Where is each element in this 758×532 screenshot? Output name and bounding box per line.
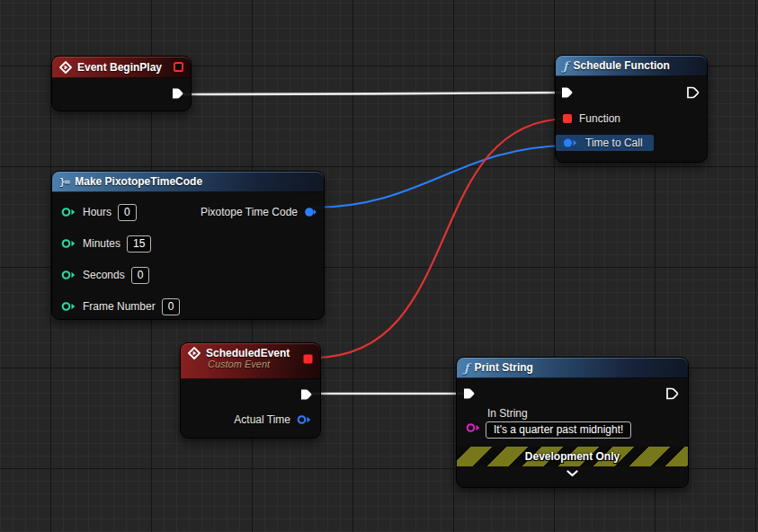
int-input-pin[interactable]: [61, 301, 76, 312]
node-header[interactable]: ƒ Schedule Function: [556, 56, 707, 76]
make-struct-icon: }=: [59, 177, 69, 187]
int-input-pin[interactable]: [61, 207, 76, 217]
time-to-call-row-highlight[interactable]: Time to Call: [556, 135, 654, 151]
function-delegate-input-pin[interactable]: [563, 114, 572, 123]
delegate-output-pin[interactable]: [303, 354, 313, 364]
minutes-value-field[interactable]: 15: [127, 235, 151, 253]
pin-label: Hours: [83, 206, 111, 218]
blueprint-graph-canvas[interactable]: Event BeginPlay ƒ Schedule Function Func…: [0, 0, 758, 532]
node-schedule-function[interactable]: ƒ Schedule Function Function Time to Cal…: [555, 55, 708, 163]
seconds-value-field[interactable]: 0: [131, 267, 150, 284]
banner-label: Development Only: [525, 450, 620, 463]
node-title: Print String: [475, 361, 533, 374]
frame-number-value-field[interactable]: 0: [162, 298, 181, 315]
development-only-banner: Development Only: [457, 447, 688, 466]
node-scheduledevent[interactable]: ScheduledEvent Custom Event Actual Time: [180, 342, 321, 439]
pin-label: Actual Time: [234, 413, 290, 426]
node-title: ScheduledEvent: [206, 347, 290, 359]
struct-output-pin[interactable]: [304, 207, 317, 217]
wire-exec-beginplay-to-schedule[interactable]: [180, 93, 566, 94]
string-input-pin[interactable]: [466, 422, 481, 433]
pin-label: Minutes: [83, 237, 120, 250]
exec-input-pin[interactable]: [560, 85, 575, 100]
in-string-value-field[interactable]: It's a quarter past midnight!: [486, 421, 631, 439]
exec-output-pin[interactable]: [686, 85, 700, 100]
node-event-beginplay[interactable]: Event BeginPlay: [51, 56, 192, 111]
struct-output-pin[interactable]: [297, 414, 312, 425]
pin-label: Frame Number: [83, 300, 156, 313]
pin-label: Time to Call: [585, 137, 643, 149]
node-title: Event BeginPlay: [77, 61, 162, 74]
int-input-pin[interactable]: [61, 238, 76, 249]
int-input-pin[interactable]: [61, 270, 76, 280]
struct-input-pin[interactable]: [563, 137, 578, 148]
chevron-down-icon[interactable]: [566, 470, 578, 477]
node-title: Schedule Function: [574, 59, 670, 72]
pin-label: Function: [579, 112, 620, 125]
pin-label: Seconds: [83, 269, 125, 281]
node-header[interactable]: ScheduledEvent Custom Event: [181, 343, 320, 379]
node-header[interactable]: Event BeginPlay: [52, 57, 191, 78]
node-subtitle: Custom Event: [208, 359, 290, 369]
exec-output-pin[interactable]: [299, 387, 314, 402]
node-print-string[interactable]: ƒ Print String In String It's a quarter …: [456, 357, 689, 488]
event-diamond-icon: [188, 347, 201, 359]
node-title: Make PixotopeTimeCode: [75, 175, 202, 188]
exec-output-pin[interactable]: [171, 86, 185, 101]
exec-input-pin[interactable]: [462, 386, 477, 401]
delegate-output-pin[interactable]: [174, 62, 183, 72]
exec-output-pin[interactable]: [665, 386, 680, 401]
node-header[interactable]: ƒ Print String: [457, 358, 688, 378]
event-diamond-icon: [59, 61, 72, 74]
pin-label: Pixotope Time Code: [201, 206, 298, 218]
wire-struct-timecode-to-timetocall[interactable]: [312, 146, 568, 208]
node-make-pixotopetimecode[interactable]: }= Make PixotopeTimeCode Hours 0 Pixotop…: [51, 171, 325, 320]
hours-value-field[interactable]: 0: [118, 204, 137, 221]
wire-delegate-scheduledevent-to-function[interactable]: [314, 119, 568, 358]
function-icon: ƒ: [464, 362, 469, 374]
pin-label: In String: [487, 407, 688, 420]
function-icon: ƒ: [563, 60, 568, 72]
node-header[interactable]: }= Make PixotopeTimeCode: [52, 172, 324, 192]
